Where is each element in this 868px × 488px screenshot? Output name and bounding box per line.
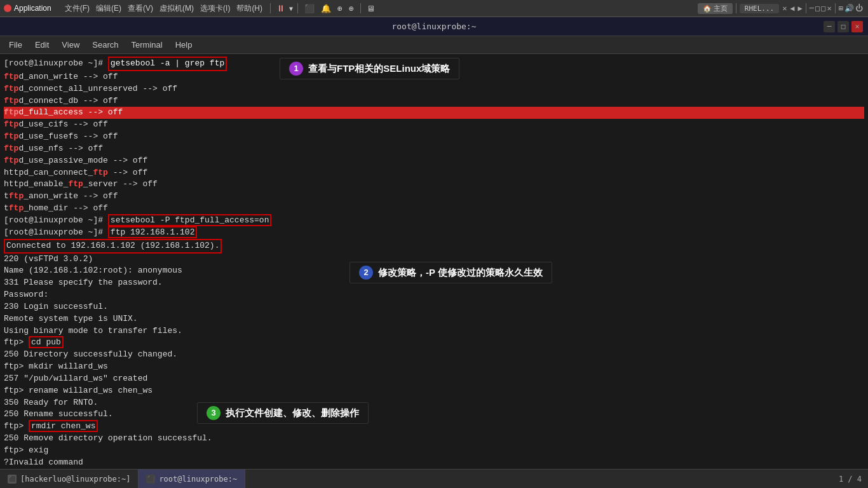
output-line-9: httpd_can_connect_ftp --> off — [4, 167, 864, 179]
terminal-titlebar: root@linuxprobe:~ ─ □ ✕ — [0, 17, 868, 36]
minimize-btn[interactable]: ─ — [824, 21, 835, 32]
separator4 — [736, 3, 736, 13]
menu-terminal[interactable]: Terminal — [126, 38, 168, 51]
close-btn[interactable]: ✕ — [851, 21, 863, 32]
close-icon[interactable]: ✕ — [827, 4, 832, 13]
separator5 — [806, 3, 806, 13]
network2-icon[interactable]: ⊕ — [349, 4, 354, 13]
output-line-4: ftpd_full_access --> off — [4, 107, 864, 119]
page-indicator: 1 / 4 — [839, 475, 868, 484]
prompt-1: [root@linuxprobe ~]# — [4, 58, 108, 68]
network-icon[interactable]: ⊕ — [337, 4, 342, 13]
cmd-setsebool: setsebool -P ftpd_full_access=on — [108, 214, 272, 226]
ftp-250-1: 250 Directory successfully changed. — [4, 349, 864, 361]
layout-icon[interactable]: ⊞ — [839, 4, 843, 13]
taskbar-item-2[interactable]: ⬛ root@linuxprobe:~ — [139, 470, 245, 488]
maximize-icon[interactable]: □ — [821, 4, 825, 13]
separator3 — [360, 3, 361, 13]
output-line-3: ftpd_connect_db --> off — [4, 95, 864, 107]
next-icon[interactable]: ▶ — [798, 4, 803, 13]
separator — [270, 3, 271, 13]
menu-help[interactable]: Help — [170, 38, 198, 51]
top-menu-vm[interactable]: 虚拟机(M) — [156, 2, 197, 15]
menu-view[interactable]: View — [57, 38, 85, 51]
rhel-tab[interactable]: RHEL... — [740, 4, 779, 13]
tbar-right: 🏠 主页 RHEL... ✕ ◀ ▶ ─ □ □ ✕ ⊞ 🔊 ⏻ — [698, 3, 868, 14]
ftp-line-4: Password: — [4, 289, 864, 301]
menu-search[interactable]: Search — [87, 38, 123, 51]
dropdown-icon[interactable]: ▼ — [289, 5, 293, 12]
output-line-10: httpd_enable_ftp_server --> off — [4, 179, 864, 191]
screen-icon[interactable]: ⬛ — [304, 4, 315, 13]
output-line-8: ftpd_use_passive_mode --> off — [4, 155, 864, 167]
annotation-3: 3 执行文件创建、修改、删除操作 — [197, 402, 369, 424]
annotation-1: 1 查看与FTP相关的SELinux域策略 — [280, 58, 459, 79]
monitor-icon[interactable]: 🖥 — [367, 4, 375, 13]
app-dot — [4, 4, 11, 12]
cmd-cd-pub: cd pub — [29, 336, 64, 348]
task-icon-2: ⬛ — [146, 475, 155, 484]
cmd-line-3: [root@linuxprobe ~]# ftp 192.168.1.102 — [4, 227, 864, 239]
top-menu-tab[interactable]: 选项卡(I) — [197, 2, 233, 15]
badge-3: 3 — [207, 406, 220, 420]
top-menu-edit[interactable]: 编辑(E) — [93, 2, 125, 15]
terminal-content[interactable]: [root@linuxprobe ~]# getsebool -a | grep… — [0, 54, 868, 469]
output-line-12: tftp_home_dir --> off — [4, 203, 864, 215]
cmd-line-2: [root@linuxprobe ~]# setsebool -P ftpd_f… — [4, 215, 864, 227]
prev-icon[interactable]: ◀ — [790, 4, 794, 13]
annotation-2-text: 修改策略，-P 使修改过的策略永久生效 — [378, 266, 543, 280]
ftp-connected: Connected to 192.168.1.102 (192.168.1.10… — [4, 239, 222, 254]
badge-1: 1 — [289, 62, 303, 76]
ftp-cmd-rmdir: ftp> rmdir chen_ws — [4, 421, 864, 433]
taskbar-label-2: root@linuxprobe:~ — [159, 475, 237, 484]
ftp-257: 257 "/pub/willard_ws" created — [4, 373, 864, 385]
menu-edit[interactable]: Edit — [30, 38, 54, 51]
ftp-cmd-rename: ftp> rename willard_ws chen_ws — [4, 385, 864, 397]
cmd-getsebool: getsebool -a | grep ftp — [108, 57, 227, 71]
terminal-window: root@linuxprobe:~ ─ □ ✕ File Edit View S… — [0, 17, 868, 469]
app-name: Application — [14, 4, 51, 13]
ftp-250-2: 250 Rename successful. — [4, 409, 864, 421]
ftp-line-7: Using binary mode to transfer files. — [4, 325, 864, 337]
pause-icon[interactable]: ⏸ — [276, 3, 285, 13]
restore-icon[interactable]: □ — [815, 4, 820, 13]
ftp-cmd-cd: ftp> cd pub — [4, 337, 864, 349]
power-icon[interactable]: ⏻ — [855, 4, 863, 13]
ftp-line-6: Remote system type is UNIX. — [4, 313, 864, 325]
task-icon-1: ⬛ — [8, 475, 17, 484]
output-line-6: ftpd_use_fusefs --> off — [4, 131, 864, 143]
menu-bar: File Edit View Search Terminal Help — [0, 36, 868, 54]
top-menu-view[interactable]: 查看(V) — [125, 2, 156, 15]
home-icon: 🏠 — [703, 4, 712, 13]
ftp-250-3: 250 Remove directory operation successfu… — [4, 433, 864, 445]
taskbar-label-1: [hackerluo@linuxprobe:~] — [20, 475, 130, 484]
notify-icon[interactable]: 🔔 — [321, 4, 331, 13]
window-buttons: ─ □ ✕ — [824, 21, 863, 32]
ftp-350: 350 Ready for RNTO. — [4, 397, 864, 409]
close-tab-icon[interactable]: ✕ — [782, 4, 787, 13]
minimize-icon[interactable]: ─ — [810, 4, 814, 13]
annotation-2: 2 修改策略，-P 使修改过的策略永久生效 — [349, 262, 552, 283]
badge-2: 2 — [359, 266, 373, 280]
top-menu-file[interactable]: 文件(F) — [62, 2, 93, 15]
output-line-7: ftpd_use_nfs --> off — [4, 143, 864, 155]
separator2 — [297, 3, 298, 13]
sound-icon[interactable]: 🔊 — [844, 4, 854, 13]
ftp-cmd-exig: ftp> exig — [4, 445, 864, 457]
ftp-invalid: ?Invalid command — [4, 457, 864, 469]
output-line-2: ftpd_connect_all_unreserved --> off — [4, 83, 864, 95]
maximize-btn[interactable]: □ — [837, 21, 849, 32]
ftp-line-5: 230 Login successful. — [4, 301, 864, 313]
taskbar: ⬛ [hackerluo@linuxprobe:~] ⬛ root@linuxp… — [0, 469, 868, 488]
ftp-cmd-mkdir: ftp> mkdir willard_ws — [4, 361, 864, 373]
output-line-11: tftp_anon_write --> off — [4, 191, 864, 203]
top-menu-help[interactable]: 帮助(H) — [233, 2, 266, 15]
menu-file[interactable]: File — [4, 38, 27, 51]
cmd-rmdir-chen: rmdir chen_ws — [29, 420, 98, 432]
top-menu-bar: 文件(F) 编辑(E) 查看(V) 虚拟机(M) 选项卡(I) 帮助(H) — [62, 2, 266, 15]
system-bar: Application 文件(F) 编辑(E) 查看(V) 虚拟机(M) 选项卡… — [0, 0, 868, 17]
separator6 — [835, 3, 836, 13]
taskbar-item-1[interactable]: ⬛ [hackerluo@linuxprobe:~] — [0, 470, 139, 488]
home-btn[interactable]: 🏠 主页 — [698, 3, 733, 14]
page-number: 1 / 4 — [839, 475, 862, 484]
